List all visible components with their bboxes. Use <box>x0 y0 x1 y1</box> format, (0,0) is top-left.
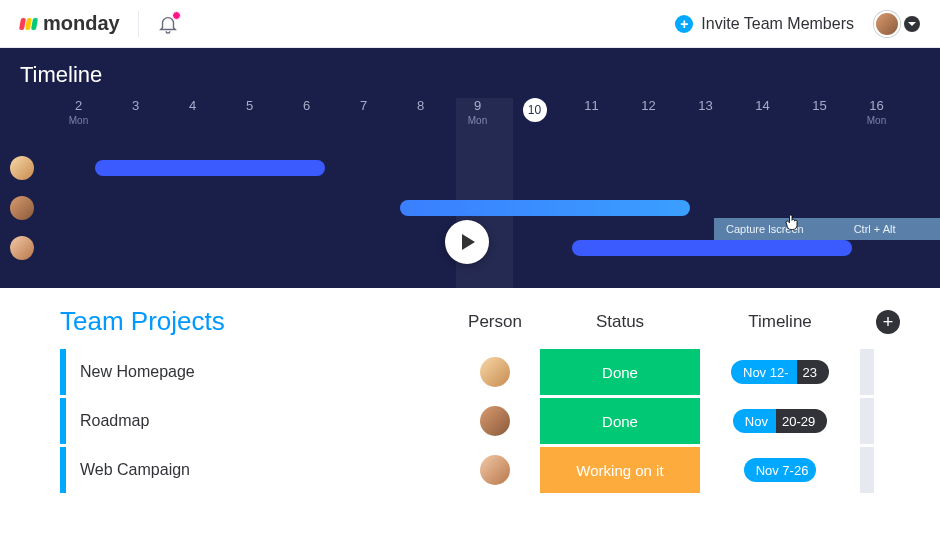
timeline-section: Timeline 2Mon3456789Mon10111213141516Mon… <box>0 48 940 288</box>
plus-circle-icon: + <box>675 15 693 33</box>
date-num: 8 <box>392 98 449 113</box>
timeline-pill-right: 20-29 <box>776 409 827 433</box>
user-menu[interactable] <box>874 11 920 37</box>
date-column[interactable]: 5 <box>221 98 278 140</box>
gantt-bar[interactable] <box>400 200 690 216</box>
user-avatar-icon <box>874 11 900 37</box>
date-column[interactable]: 11 <box>563 98 620 140</box>
date-num: 12 <box>620 98 677 113</box>
topbar: monday + Invite Team Members <box>0 0 940 48</box>
table-row: RoadmapDoneNov20-29 <box>60 398 900 444</box>
date-num: 6 <box>278 98 335 113</box>
date-column[interactable]: 10 <box>506 98 563 140</box>
board-title[interactable]: Team Projects <box>60 306 450 337</box>
date-column[interactable]: 2Mon <box>50 98 107 140</box>
chevron-down-icon <box>904 16 920 32</box>
date-num: 11 <box>563 98 620 113</box>
date-num: 4 <box>164 98 221 113</box>
gantt-area: Capture lscreen Ctrl + Alt <box>0 140 940 268</box>
row-end-cap <box>860 398 874 444</box>
date-num: 5 <box>221 98 278 113</box>
column-header-status[interactable]: Status <box>540 312 700 332</box>
board-section: Team Projects Person Status Timeline + N… <box>0 288 940 493</box>
date-column[interactable]: 3 <box>107 98 164 140</box>
row-person-cell[interactable] <box>450 349 540 395</box>
column-header-timeline[interactable]: Timeline <box>700 312 860 332</box>
play-button[interactable] <box>445 220 489 264</box>
timeline-pill-right: 23 <box>797 360 829 384</box>
row-timeline-cell[interactable]: Nov 7-26 <box>700 447 860 493</box>
row-end-cap <box>860 349 874 395</box>
person-avatar-icon <box>480 455 510 485</box>
date-column[interactable]: 8 <box>392 98 449 140</box>
table-row: New HomepageDoneNov 12-23 <box>60 349 900 395</box>
gantt-bar[interactable] <box>95 160 325 176</box>
row-avatar-icon <box>10 156 34 180</box>
tooltip-right-text: Ctrl + Alt <box>854 223 896 235</box>
date-day: Mon <box>867 115 886 126</box>
date-num: 7 <box>335 98 392 113</box>
person-avatar-icon <box>480 357 510 387</box>
row-end-cap <box>860 447 874 493</box>
row-person-cell[interactable] <box>450 398 540 444</box>
row-name-cell[interactable]: Roadmap <box>66 398 450 444</box>
cursor-hand-icon <box>782 212 802 232</box>
date-column[interactable]: 12 <box>620 98 677 140</box>
timeline-title: Timeline <box>0 48 940 98</box>
timeline-pill: Nov 7-26 <box>744 458 817 482</box>
row-name-cell[interactable]: New Homepage <box>66 349 450 395</box>
logo-dots-icon <box>20 18 37 30</box>
table-row: Web CampaignWorking on itNov 7-26 <box>60 447 900 493</box>
timeline-pill-left: Nov <box>733 409 776 433</box>
gantt-bar[interactable] <box>572 240 852 256</box>
date-day: Mon <box>69 115 88 126</box>
timeline-pill: Nov 12-23 <box>731 360 829 384</box>
row-status-cell[interactable]: Done <box>540 398 700 444</box>
date-num: 13 <box>677 98 734 113</box>
gantt-row <box>50 148 940 188</box>
date-column[interactable]: 15 <box>791 98 848 140</box>
topbar-divider <box>138 11 139 37</box>
date-column[interactable]: 14 <box>734 98 791 140</box>
timeline-pill-left: Nov 12- <box>731 360 797 384</box>
timeline-pill: Nov20-29 <box>733 409 827 433</box>
date-column[interactable]: 6 <box>278 98 335 140</box>
row-name-cell[interactable]: Web Campaign <box>66 447 450 493</box>
date-column[interactable]: 4 <box>164 98 221 140</box>
app-logo[interactable]: monday <box>20 12 120 35</box>
date-num: 16 <box>848 98 905 113</box>
logo-text: monday <box>43 12 120 35</box>
row-timeline-cell[interactable]: Nov 12-23 <box>700 349 860 395</box>
invite-team-button[interactable]: + Invite Team Members <box>675 15 854 33</box>
row-status-cell[interactable]: Working on it <box>540 447 700 493</box>
row-status-cell[interactable]: Done <box>540 349 700 395</box>
date-column[interactable]: 7 <box>335 98 392 140</box>
invite-label: Invite Team Members <box>701 15 854 33</box>
bell-icon[interactable] <box>157 13 179 35</box>
row-avatar-icon <box>10 196 34 220</box>
date-num: 15 <box>791 98 848 113</box>
add-column-button[interactable]: + <box>876 310 900 334</box>
row-person-cell[interactable] <box>450 447 540 493</box>
date-num: 14 <box>734 98 791 113</box>
date-num: 2 <box>50 98 107 113</box>
date-num: 3 <box>107 98 164 113</box>
board-header: Team Projects Person Status Timeline + <box>60 306 900 337</box>
date-column[interactable]: 16Mon <box>848 98 905 140</box>
notification-dot-icon <box>172 11 181 20</box>
date-column[interactable]: 13 <box>677 98 734 140</box>
row-avatar-icon <box>10 236 34 260</box>
timeline-pill-left: Nov 7-26 <box>744 458 817 482</box>
column-header-person[interactable]: Person <box>450 312 540 332</box>
capture-tooltip: Capture lscreen Ctrl + Alt <box>714 218 940 240</box>
row-timeline-cell[interactable]: Nov20-29 <box>700 398 860 444</box>
person-avatar-icon <box>480 406 510 436</box>
today-pill: 10 <box>523 98 547 122</box>
